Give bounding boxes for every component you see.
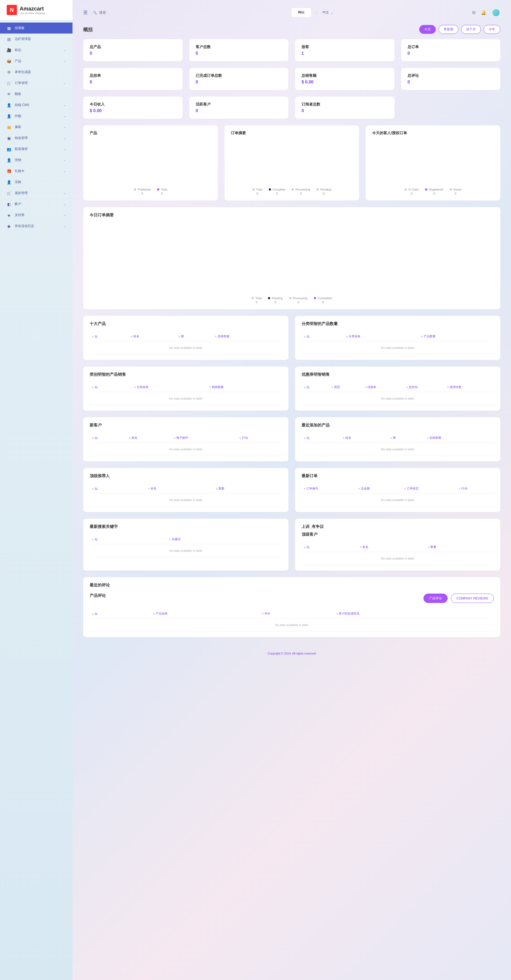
column-header[interactable]: ⇅姓名	[127, 433, 172, 443]
column-header[interactable]: ⇅类型	[329, 382, 363, 392]
column-header[interactable]: ⇅分类名称	[132, 382, 207, 392]
chevron-down-icon: ⌄	[64, 224, 66, 228]
nav-item[interactable]: 👤外貌⌄	[0, 111, 72, 122]
reviews-subtitle: 产品评论	[90, 593, 106, 598]
column-header[interactable]: ⇅订单编号	[302, 484, 356, 493]
column-header[interactable]: ⇅行动	[237, 433, 282, 443]
nav-item[interactable]: ◈支持票⌄	[0, 210, 72, 221]
chart-order-summary: 订单摘要 Total0Complete0Processing0Pending0	[225, 125, 359, 200]
nav-icon: 🎁	[7, 169, 11, 173]
website-button[interactable]: 网站	[292, 8, 311, 17]
column-header[interactable]: ⇅SL	[90, 382, 132, 392]
column-header[interactable]: ⇅订单状态	[402, 484, 457, 493]
menu-toggle-icon[interactable]: ☰	[83, 10, 88, 16]
stat-card: 活跃客户0	[189, 97, 289, 119]
legend-item: Total0	[157, 188, 167, 195]
column-header[interactable]: ⇅优惠券	[362, 382, 404, 392]
filter-button[interactable]: 这个月	[461, 25, 481, 34]
table-coupon_sales: 优惠券明智销售⇅SL⇅类型⇅优惠券⇅总折扣⇅使用次数No data availa…	[295, 367, 500, 410]
nav-item[interactable]: ◉所有活动日志⌄	[0, 221, 72, 232]
column-header[interactable]: ⇅电子邮件	[172, 433, 237, 443]
legend-item: Completed0	[314, 296, 332, 304]
filter-button[interactable]: 今天	[419, 25, 436, 34]
column-header[interactable]: ⇅SL	[90, 535, 167, 544]
column-header[interactable]: ⇅分类名称	[344, 332, 418, 341]
column-header[interactable]: ⇅SL	[90, 433, 127, 443]
filter-button[interactable]: 本星期	[439, 25, 458, 34]
search-icon: 🔍	[93, 11, 97, 14]
column-header[interactable]: ⇅总金额	[356, 484, 402, 493]
column-header[interactable]: ⇅姓名	[340, 433, 388, 443]
column-header[interactable]: ⇅SL	[90, 332, 129, 341]
column-header[interactable]: ⇅牌	[388, 433, 425, 443]
search-box[interactable]: 🔍	[93, 11, 153, 14]
logo-tagline: Live as online shopping	[19, 12, 45, 14]
nav-item[interactable]: 👁顾客	[0, 89, 72, 100]
table-top_referrers: 顶级推荐人⇅SL⇅姓名⇅数数No data available in table	[83, 468, 288, 512]
table-top_products: 十大产品⇅SL⇅姓名⇅牌⇅总销售额No data available in ta…	[83, 316, 288, 360]
nav-item[interactable]: 👥联系请求⌄	[0, 143, 72, 154]
language-selector[interactable]: 中文 ⌄	[323, 10, 333, 15]
column-header[interactable]: ⇅销售数量	[207, 382, 282, 392]
nav-item[interactable]: 🛒退款管理⌄	[0, 188, 72, 199]
column-header[interactable]: ⇅总销售额	[425, 433, 494, 443]
column-header[interactable]: ⇅姓名	[129, 332, 176, 341]
search-input[interactable]	[99, 11, 153, 14]
nav-item[interactable]: ▦仪表板	[0, 22, 72, 33]
stat-card: 已完成订单总数0	[189, 68, 289, 90]
nav-item[interactable]: 👤营销⌄	[0, 154, 72, 165]
nav-icon: 👤	[7, 180, 11, 185]
column-header[interactable]: ⇅关键词	[167, 535, 282, 544]
column-header[interactable]: ⇅行动	[457, 484, 494, 493]
tab-button[interactable]: COMPANY REVIEWS	[451, 593, 494, 603]
column-header[interactable]: ⇅SL	[90, 484, 146, 493]
nav-icon: 🛒	[7, 191, 11, 196]
column-header[interactable]: ⇅产品数量	[419, 332, 494, 341]
tab-button[interactable]: 产品评论	[423, 593, 448, 603]
nav-item[interactable]: ▣钱包管理⌄	[0, 132, 72, 143]
stat-card: 总评论0	[401, 68, 500, 90]
column-header[interactable]: ⇅总销售额	[213, 332, 282, 341]
legend-item: Processing0	[289, 296, 307, 304]
add-icon[interactable]: ⊞	[472, 10, 476, 15]
column-header[interactable]: ⇅姓名	[146, 484, 214, 493]
nav-icon: 🎥	[7, 48, 11, 52]
nav-icon: 👑	[7, 125, 11, 129]
nav-icon: ◧	[7, 202, 11, 206]
legend-item: Published0	[134, 188, 151, 195]
nav-item[interactable]: 📦产品⌄	[0, 56, 72, 67]
stats-grid: 总产品0客户总数0游客1总订单0总挂单0已完成订单总数0总销售额$ 0.00总评…	[83, 39, 500, 119]
nav-item[interactable]: 👤前端 CMS⌄	[0, 100, 72, 111]
nav-icon: 👤	[7, 114, 11, 118]
topbar: ☰ 🔍 网站 | 中文 ⌄ ⊞ 🔔	[83, 5, 500, 19]
legend-item: Pending0	[316, 188, 331, 195]
column-header[interactable]: ⇅总折扣	[404, 382, 445, 392]
nav-item[interactable]: ▤边栏管理器	[0, 33, 72, 45]
nav-item[interactable]: 👑播客⌄	[0, 122, 72, 132]
column-header[interactable]: ⇅SL	[302, 332, 344, 341]
column-header[interactable]: ⇅数数	[214, 484, 282, 493]
bell-icon[interactable]: 🔔	[481, 10, 486, 15]
filter-button[interactable]: 今年	[484, 25, 500, 34]
column-header[interactable]: ⇅使用次数	[445, 382, 494, 392]
column-header[interactable]: ⇅SL	[302, 382, 329, 392]
nav-icon: 👥	[7, 147, 11, 151]
nav-icon: ▣	[7, 136, 11, 140]
chart-today-orders: 今日订单摘要 Total0Pending0Processing0Complete…	[83, 207, 500, 309]
legend-item: Pending0	[268, 296, 283, 304]
nav-item[interactable]: 👤采购	[0, 177, 72, 188]
chart-grid: 产品 Published0Total0 订单摘要 Total0Complete0…	[83, 125, 500, 200]
column-header[interactable]: ⇅SL	[302, 433, 340, 443]
nav-list: ▦仪表板▤边栏管理器🎥标志⌄📦产品⌄⚙表单生成器🛒订单管理⌄👁顾客👤前端 CMS…	[0, 20, 72, 234]
column-header[interactable]: ⇅牌	[176, 332, 213, 341]
avatar[interactable]	[492, 8, 500, 17]
nav-item[interactable]: 🎁礼物卡⌄	[0, 165, 72, 177]
nav-item[interactable]: ◧帐户⌄	[0, 199, 72, 210]
nav-item[interactable]: 🎥标志⌄	[0, 45, 72, 56]
nav-item[interactable]: ⚙表单生成器	[0, 67, 72, 78]
chart-guest-auth: 今天的客人/授权订单 In Carts0Registered0Guest0	[366, 125, 500, 200]
logo[interactable]: N Amazcart Live as online shopping	[0, 0, 72, 20]
legend-item: Guest0	[450, 188, 461, 195]
stat-card: 订阅者总数0	[295, 97, 394, 119]
nav-item[interactable]: 🛒订单管理⌄	[0, 78, 72, 89]
